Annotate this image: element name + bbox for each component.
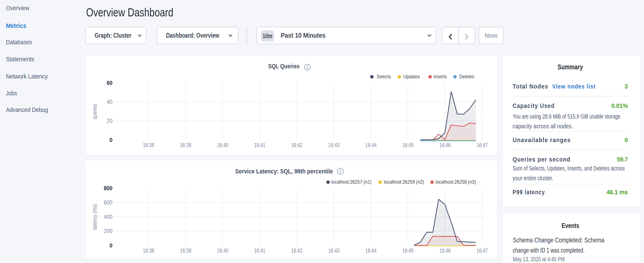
svg-text:20: 20 — [107, 118, 112, 124]
svg-text:600: 600 — [104, 199, 112, 206]
svg-text:16:39: 16:39 — [180, 142, 191, 148]
svg-text:16:47: 16:47 — [476, 142, 488, 148]
svg-text:16:45: 16:45 — [402, 247, 414, 254]
svg-text:16:42: 16:42 — [291, 142, 302, 148]
svg-text:queries: queries — [92, 104, 98, 119]
svg-text:16:43: 16:43 — [328, 247, 340, 254]
svg-text:16:46: 16:46 — [440, 142, 451, 148]
svg-text:16:38: 16:38 — [143, 247, 154, 254]
svg-text:0: 0 — [110, 137, 112, 143]
svg-text:latency (ms): latency (ms) — [92, 204, 98, 230]
svg-text:16:42: 16:42 — [291, 247, 302, 254]
svg-text:16:45: 16:45 — [402, 142, 414, 148]
svg-text:16:47: 16:47 — [476, 247, 488, 254]
svg-text:40: 40 — [107, 99, 112, 105]
svg-text:16:41: 16:41 — [254, 142, 265, 148]
svg-text:200: 200 — [104, 228, 112, 234]
svg-text:16:44: 16:44 — [365, 142, 376, 148]
svg-text:16:38: 16:38 — [143, 142, 154, 148]
svg-text:400: 400 — [104, 214, 112, 220]
svg-text:16:46: 16:46 — [440, 247, 451, 254]
svg-text:800: 800 — [104, 185, 112, 191]
svg-text:16:43: 16:43 — [328, 142, 340, 148]
svg-text:60: 60 — [107, 80, 112, 86]
svg-text:16:40: 16:40 — [217, 142, 228, 148]
svg-text:0: 0 — [110, 242, 112, 249]
svg-text:16:41: 16:41 — [254, 247, 265, 254]
svg-text:16:39: 16:39 — [180, 247, 191, 254]
svg-text:16:44: 16:44 — [365, 247, 376, 254]
svg-text:16:40: 16:40 — [217, 247, 228, 254]
